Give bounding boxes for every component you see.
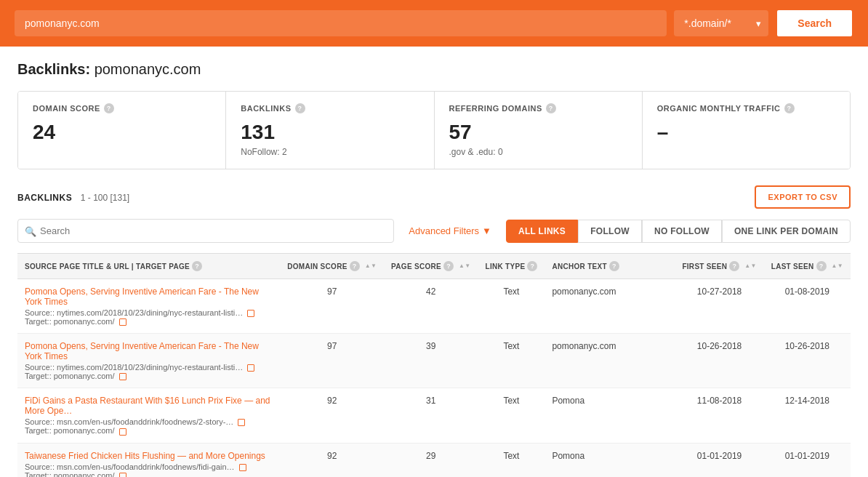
th-source: SOURCE PAGE TITLE & URL | TARGET PAGE ?	[17, 254, 280, 279]
stat-sub-backlinks: NoFollow: 2	[241, 147, 419, 157]
tab-no-follow[interactable]: NO FOLLOW	[642, 220, 722, 243]
first-seen-cell: 11-08-2018	[675, 388, 763, 443]
tab-one-link-per-domain[interactable]: ONE LINK PER DOMAIN	[722, 220, 851, 243]
target-url: Target:: pomonanyc.com/	[25, 426, 273, 435]
th-first-seen: FIRST SEEN ? ▲▼	[675, 254, 763, 279]
export-csv-button[interactable]: EXPORT TO CSV	[755, 185, 851, 209]
source-url: Source:: nytimes.com/2018/10/23/dining/n…	[25, 308, 273, 317]
stat-label-domain-score: DOMAIN SCORE ?	[33, 103, 211, 113]
source-url: Source:: msn.com/en-us/foodanddrink/food…	[25, 417, 273, 426]
stat-label-referring-domains: REFERRING DOMAINS ?	[449, 103, 627, 113]
table-header-row: SOURCE PAGE TITLE & URL | TARGET PAGE ? …	[17, 254, 851, 279]
source-title-link[interactable]: Taiwanese Fried Chicken Hits Flushing — …	[25, 451, 273, 461]
table-row: Taiwanese Fried Chicken Hits Flushing — …	[17, 443, 851, 477]
search-button[interactable]: Search	[776, 9, 853, 38]
backlinks-table: SOURCE PAGE TITLE & URL | TARGET PAGE ? …	[17, 253, 851, 477]
external-link-icon	[238, 419, 245, 426]
link-type-header-info-icon[interactable]: ?	[527, 261, 537, 271]
chevron-down-icon: ▼	[482, 225, 491, 236]
first-seen-cell: 10-27-2018	[675, 279, 763, 334]
referring-domains-info-icon[interactable]: ?	[546, 103, 556, 113]
backlinks-count: 1 - 100 [131]	[81, 193, 129, 203]
search-type-select[interactable]: *.domain/*	[674, 10, 768, 36]
page-score-cell: 42	[384, 279, 478, 334]
last-seen-header-info-icon[interactable]: ?	[816, 261, 827, 271]
table-search-input[interactable]	[17, 219, 394, 243]
backlinks-info-icon[interactable]: ?	[295, 103, 305, 113]
search-type-wrapper: *.domain/*	[674, 10, 768, 36]
filter-tabs: ALL LINKS FOLLOW NO FOLLOW ONE LINK PER …	[506, 220, 851, 243]
page-score-cell: 31	[384, 388, 478, 443]
first-seen-cell: 10-26-2018	[675, 334, 763, 388]
last-seen-cell: 01-08-2019	[764, 279, 851, 334]
stat-value-referring-domains: 57	[449, 121, 627, 144]
anchor-text-cell: pomonanyc.com	[544, 279, 675, 334]
stat-sub-referring-domains: .gov & .edu: 0	[449, 147, 627, 157]
table-row: FiDi Gains a Pasta Restaurant With $16 L…	[17, 388, 851, 443]
tab-all-links[interactable]: ALL LINKS	[506, 220, 578, 243]
organic-traffic-info-icon[interactable]: ?	[784, 103, 795, 113]
domain-score-cell: 97	[280, 334, 384, 388]
source-header-info-icon[interactable]: ?	[192, 261, 202, 271]
target-url: Target:: pomonanyc.com/	[25, 317, 273, 326]
stat-value-domain-score: 24	[33, 121, 211, 144]
source-title-link[interactable]: Pomona Opens, Serving Inventive American…	[25, 341, 273, 361]
backlinks-header-left: BACKLINKS 1 - 100 [131]	[17, 192, 129, 203]
source-url: Source:: nytimes.com/2018/10/23/dining/n…	[25, 363, 273, 372]
source-url: Source:: msn.com/en-us/foodanddrink/food…	[25, 462, 273, 471]
domain-score-cell: 92	[280, 443, 384, 477]
table-row: Pomona Opens, Serving Inventive American…	[17, 279, 851, 334]
stat-card-referring-domains: REFERRING DOMAINS ? 57 .gov & .edu: 0	[435, 92, 643, 169]
last-seen-cell: 01-01-2019	[764, 443, 851, 477]
stat-label-organic-traffic: ORGANIC MONTHLY TRAFFIC ?	[657, 103, 835, 113]
first-seen-header-info-icon[interactable]: ?	[729, 261, 739, 271]
domain-search-input[interactable]	[15, 10, 667, 36]
table-search-wrapper: 🔍	[17, 219, 394, 243]
search-icon: 🔍	[25, 225, 36, 236]
external-link-icon	[119, 373, 126, 380]
last-seen-cell: 12-14-2018	[764, 388, 851, 443]
source-title-link[interactable]: Pomona Opens, Serving Inventive American…	[25, 286, 273, 307]
external-link-icon	[119, 473, 126, 477]
link-type-cell: Text	[478, 279, 544, 334]
stat-card-domain-score: DOMAIN SCORE ? 24	[18, 92, 226, 169]
first-seen-sort[interactable]: ▲▼	[744, 263, 756, 269]
domain-score-sort[interactable]: ▲▼	[365, 263, 377, 269]
page-score-header-info-icon[interactable]: ?	[443, 261, 454, 271]
external-link-icon	[239, 464, 246, 471]
table-row: Pomona Opens, Serving Inventive American…	[17, 334, 851, 388]
page-score-cell: 39	[384, 334, 478, 388]
stat-value-backlinks: 131	[241, 121, 419, 144]
stat-card-backlinks: BACKLINKS ? 131 NoFollow: 2	[226, 92, 434, 169]
search-bar: *.domain/* Search	[0, 0, 868, 47]
domain-score-cell: 97	[280, 279, 384, 334]
anchor-text-header-info-icon[interactable]: ?	[609, 261, 619, 271]
main-content: Backlinks: pomonanyc.com DOMAIN SCORE ? …	[0, 47, 868, 477]
last-seen-sort[interactable]: ▲▼	[832, 263, 843, 269]
target-url: Target:: pomonanyc.com/	[25, 372, 273, 380]
filters-row: 🔍 Advanced Filters ▼ ALL LINKS FOLLOW NO…	[17, 219, 851, 243]
source-title-link[interactable]: FiDi Gains a Pasta Restaurant With $16 L…	[25, 396, 273, 416]
source-cell: Pomona Opens, Serving Inventive American…	[17, 279, 280, 334]
external-link-icon	[119, 428, 126, 436]
th-domain-score: DOMAIN SCORE ? ▲▼	[280, 254, 384, 279]
source-cell: Pomona Opens, Serving Inventive American…	[17, 334, 280, 388]
domain-score-info-icon[interactable]: ?	[104, 103, 114, 113]
backlinks-title: BACKLINKS	[17, 193, 72, 203]
tab-follow[interactable]: FOLLOW	[578, 220, 642, 243]
source-cell: FiDi Gains a Pasta Restaurant With $16 L…	[17, 388, 280, 443]
stats-row: DOMAIN SCORE ? 24 BACKLINKS ? 131 NoFoll…	[17, 91, 851, 169]
first-seen-cell: 01-01-2019	[675, 443, 763, 477]
advanced-filters-button[interactable]: Advanced Filters ▼	[401, 220, 499, 242]
external-link-icon	[247, 364, 254, 372]
last-seen-cell: 10-26-2018	[764, 334, 851, 388]
page-score-sort[interactable]: ▲▼	[459, 263, 470, 269]
domain-score-cell: 92	[280, 388, 384, 443]
domain-score-header-info-icon[interactable]: ?	[350, 261, 360, 271]
link-type-cell: Text	[478, 334, 544, 388]
th-page-score: PAGE SCORE ? ▲▼	[384, 254, 478, 279]
page-title: Backlinks: pomonanyc.com	[17, 61, 851, 78]
link-type-cell: Text	[478, 388, 544, 443]
anchor-text-cell: Pomona	[544, 388, 675, 443]
th-anchor-text: ANCHOR TEXT ?	[544, 254, 675, 279]
